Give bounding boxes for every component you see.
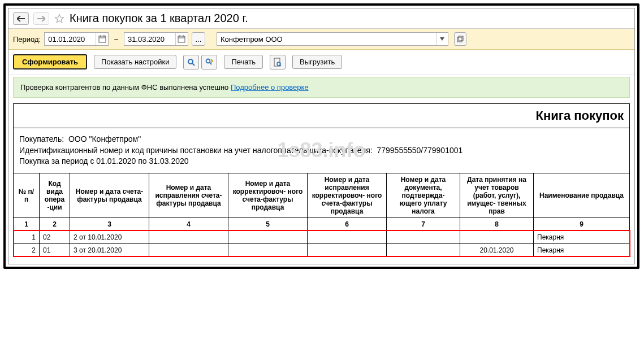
col-1-header: № п/п	[14, 173, 40, 218]
col-4-header: Номер и дата исправления счета-фактуры п…	[149, 173, 228, 218]
search-icon[interactable]	[183, 55, 199, 69]
titlebar: Книга покупок за 1 квартал 2020 г.	[8, 8, 634, 29]
inn-value: 7799555550/779901001	[377, 146, 463, 155]
nav-forward-button[interactable]	[33, 12, 49, 25]
table-row[interactable]: 2013 от 20.01.202020.01.2020Пекарня	[14, 243, 630, 256]
date-from-field	[44, 32, 109, 46]
svg-point-10	[188, 59, 193, 64]
report-meta: Покупатель: ООО "Конфетпром" Идентификац…	[13, 128, 630, 173]
organization-input[interactable]	[217, 33, 436, 45]
svg-line-11	[192, 63, 195, 66]
period-bar: Период: – ...	[8, 29, 634, 50]
status-bar: Проверка контрагентов по данным ФНС выпо…	[13, 77, 630, 98]
favorite-star-icon[interactable]	[54, 13, 65, 24]
preview-icon[interactable]	[270, 55, 286, 69]
report-title: Книга покупок	[13, 103, 630, 128]
period-picker-button[interactable]: ...	[192, 32, 205, 46]
dash: –	[112, 35, 120, 43]
generate-button[interactable]: Сформировать	[13, 54, 87, 69]
status-text: Проверка контрагентов по данным ФНС выпо…	[20, 83, 228, 92]
buyer-name: ООО "Конфетпром"	[68, 134, 141, 143]
col-8-header: Дата принятия на учет товаров (работ, ус…	[460, 173, 534, 218]
date-to-input[interactable]	[124, 34, 175, 45]
report-area: Книга покупок Покупатель: ООО "Конфетпро…	[8, 103, 634, 264]
open-external-button[interactable]	[454, 32, 466, 46]
header-row: № п/п Код вида опера -ции Номер и дата с…	[14, 173, 630, 218]
col-2-header: Код вида опера -ции	[40, 173, 70, 218]
organization-field	[217, 32, 448, 46]
svg-rect-8	[457, 37, 462, 42]
calendar-icon[interactable]	[96, 33, 108, 45]
col-6-header: Номер и дата исправления корректировоч- …	[308, 173, 387, 218]
search-next-icon[interactable]	[201, 55, 217, 69]
buyer-label: Покупатель:	[19, 134, 64, 143]
show-settings-button[interactable]: Показать настройки	[94, 55, 176, 69]
colnum-row: 1 2 3 4 5 6 7 8 9	[14, 218, 630, 230]
inn-label: Идентификационный номер и код причины по…	[19, 146, 373, 155]
svg-rect-9	[459, 36, 463, 41]
table-row[interactable]: 1022 от 10.01.2020Пекарня	[14, 230, 630, 243]
date-from-input[interactable]	[45, 34, 96, 45]
page-title: Книга покупок за 1 квартал 2020 г.	[70, 12, 248, 25]
export-button[interactable]: Выгрузить	[292, 55, 342, 69]
col-9-header: Наименование продавца	[534, 173, 630, 218]
toolbar: Сформировать Показать настройки Печать В…	[8, 50, 634, 75]
col-3-header: Номер и дата счета-фактуры продавца	[70, 173, 149, 218]
svg-point-12	[206, 59, 210, 63]
date-to-field	[124, 32, 188, 46]
col-7-header: Номер и дата документа, подтвержда- ющег…	[387, 173, 460, 218]
print-button[interactable]: Печать	[224, 55, 263, 69]
svg-rect-0	[99, 36, 106, 42]
nav-back-button[interactable]	[13, 12, 29, 25]
status-link[interactable]: Подробнее о проверке	[231, 83, 309, 92]
period-label: Период:	[13, 35, 41, 44]
period-text: Покупка за период с 01.01.2020 по 31.03.…	[19, 156, 624, 167]
calendar-icon[interactable]	[175, 33, 188, 45]
report-table: № п/п Код вида опера -ции Номер и дата с…	[13, 173, 630, 257]
col-5-header: Номер и дата корректировоч- ного счета-ф…	[228, 173, 308, 218]
dropdown-icon[interactable]	[436, 33, 448, 45]
svg-rect-4	[178, 36, 185, 42]
